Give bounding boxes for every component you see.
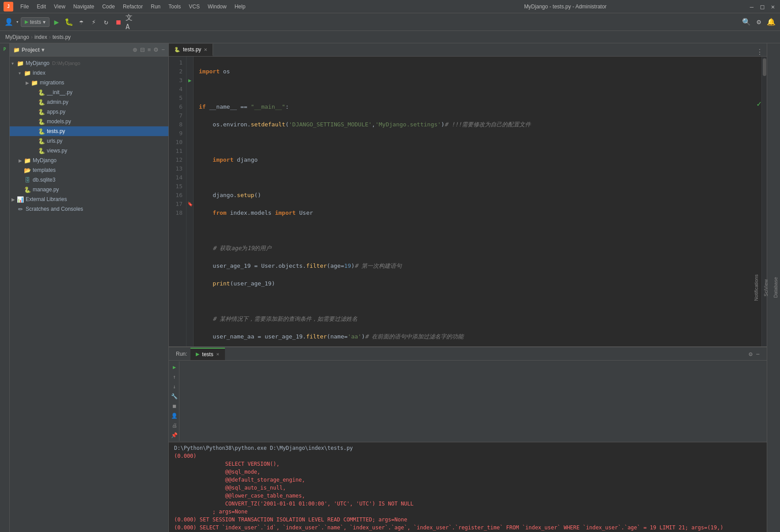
output-lowercase: @@lower_case_table_names, — [174, 492, 761, 500]
bottom-run-icon[interactable]: ▶ — [171, 363, 179, 371]
menu-view[interactable]: View — [50, 3, 69, 11]
mydjango-sub-label: MyDjango — [33, 157, 57, 163]
code-line-4: os.environ.setdefault('DJANGO_SETTINGS_M… — [199, 120, 756, 129]
tree-urls-py[interactable]: 🐍 urls.py — [10, 136, 168, 146]
bottom-wrench-icon[interactable]: 🔧 — [171, 392, 179, 400]
code-line-1: import os — [199, 67, 756, 76]
tree-migrations[interactable]: ▶ 📁 migrations — [10, 78, 168, 87]
user-dropdown[interactable]: ▾ — [16, 19, 19, 25]
menu-window[interactable]: Window — [204, 3, 230, 11]
tree-index-folder[interactable]: ▾ 📁 index — [10, 68, 168, 78]
init-py-icon: 🐍 — [38, 89, 45, 96]
toolbar: 👤 ▾ ▶ tests ▾ ▶ 🐛 ☂ ⚡ ↻ ■ 文A 🔍 ⚙ 🔔 — [0, 13, 780, 31]
editor-more-icon[interactable]: ⋮ — [756, 48, 763, 56]
settings-button[interactable]: ⚙ — [753, 17, 764, 27]
minimize-button[interactable]: – — [748, 3, 755, 10]
reload-button[interactable]: ↻ — [101, 17, 111, 27]
close-button[interactable]: ✕ — [769, 3, 776, 10]
bottom-user-icon[interactable]: 👤 — [171, 412, 179, 420]
code-line-5 — [199, 138, 756, 147]
run-config-label: tests — [30, 19, 41, 25]
project-header-icons: ⊕ ⊟ ≡ ⚙ − — [133, 46, 165, 53]
menu-refactor[interactable]: Refactor — [119, 3, 146, 11]
code-line-12: user_age_19 = User.objects.filter(age=19… — [199, 262, 756, 270]
migrations-folder-icon: 📁 — [31, 79, 38, 86]
tab-run-tests[interactable]: ▶ tests ✕ — [190, 348, 224, 360]
notification-button[interactable]: 🔔 — [766, 17, 776, 27]
right-tab-notifications[interactable]: Notifications — [752, 271, 761, 304]
run-configuration[interactable]: ▶ tests ▾ — [21, 17, 49, 27]
menu-help[interactable]: Help — [231, 3, 249, 11]
right-tab-sciview[interactable]: SciView — [761, 276, 770, 300]
menu-code[interactable]: Code — [99, 3, 118, 11]
run-tab-close[interactable]: ✕ — [216, 352, 220, 357]
project-icon[interactable]: P — [1, 45, 9, 53]
coverage-button[interactable]: ☂ — [76, 17, 87, 27]
debug-button[interactable]: 🐛 — [64, 17, 74, 27]
hide-icon[interactable]: − — [161, 46, 165, 53]
editor-scrollbar[interactable] — [761, 57, 767, 346]
stop-button[interactable]: ■ — [113, 17, 124, 27]
gear-icon[interactable]: ⚙ — [153, 46, 159, 53]
tree-templates[interactable]: 📂 templates — [10, 165, 168, 175]
tab-tests-py[interactable]: 🐍 tests.py ✕ — [169, 44, 213, 56]
menu-vcs[interactable]: VCS — [185, 3, 203, 11]
tree-views-py[interactable]: 🐍 views.py — [10, 146, 168, 156]
menu-file[interactable]: File — [17, 3, 32, 11]
code-line-3: if __name__ == "__main__": — [199, 103, 756, 111]
run-button[interactable]: ▶ — [51, 17, 62, 27]
tree-admin-py[interactable]: 🐍 admin.py — [10, 97, 168, 107]
bottom-stop-icon[interactable]: ■ — [171, 402, 179, 410]
translate-button[interactable]: 文A — [126, 17, 136, 27]
code-editor[interactable]: import os if __name__ == "__main__": os.… — [194, 57, 761, 346]
profile-button[interactable]: ⚡ — [88, 17, 99, 27]
sort-icon[interactable]: ≡ — [148, 46, 151, 53]
bottom-pin-icon[interactable]: 📌 — [171, 431, 179, 439]
tree-scratches[interactable]: ✏ Scratches and Consoles — [10, 204, 168, 214]
output-select-age19: (0.000) SELECT `index_user`.`id`, `index… — [174, 524, 761, 532]
tree-external-libs[interactable]: ▶ 📊 External Libraries — [10, 194, 168, 204]
tree-db-sqlite3[interactable]: 🗄 db.sqlite3 — [10, 175, 168, 185]
tree-tests-py[interactable]: 🐍 tests.py — [10, 126, 168, 136]
bottom-down-icon[interactable]: ↓ — [171, 383, 179, 391]
editor-tabs: 🐍 tests.py ✕ ⋮ — [169, 43, 767, 57]
breadcrumb-file[interactable]: tests.py — [53, 34, 71, 40]
tree-root[interactable]: ▾ 📁 MyDjango D:\MyDjango — [10, 58, 168, 68]
editor-content[interactable]: 1 2 3 4 5 6 7 8 9 10 11 12 13 14 15 16 1 — [169, 57, 767, 346]
right-tab-database[interactable]: Database — [771, 274, 780, 301]
user-icon[interactable]: 👤 — [4, 17, 14, 27]
breadcrumb-index[interactable]: index — [34, 34, 47, 40]
menu-run[interactable]: Run — [147, 3, 164, 11]
bottom-collapse-icon[interactable]: − — [756, 350, 760, 357]
init-label: __init__.py — [47, 89, 72, 95]
menu-edit[interactable]: Edit — [33, 3, 49, 11]
project-dropdown-icon[interactable]: ▾ — [42, 47, 44, 53]
tree-manage-py[interactable]: 🐍 manage.py — [10, 185, 168, 194]
run-label: Run: — [172, 351, 190, 357]
tree-init-py[interactable]: 🐍 __init__.py — [10, 87, 168, 97]
models-py-icon: 🐍 — [38, 118, 45, 125]
menu-navigate[interactable]: Navigate — [70, 3, 98, 11]
output-cmd-line: D:\Python\Python38\python.exe D:\MyDjang… — [174, 444, 761, 452]
tab-tests-close[interactable]: ✕ — [204, 47, 207, 52]
tree-models-py[interactable]: 🐍 models.py — [10, 117, 168, 126]
scrollbar-thumb[interactable] — [763, 58, 766, 76]
output-args-none-1: ; args=None — [174, 508, 761, 516]
code-line-15: # 某种情况下，需要添加新的查询条件，如需要过滤姓名 — [199, 315, 756, 323]
bottom-settings-icon[interactable]: ⚙ — [749, 350, 752, 357]
code-line-10 — [199, 226, 756, 235]
templates-label: templates — [33, 167, 56, 173]
breadcrumb-mydjango[interactable]: MyDjango — [5, 34, 29, 40]
tree-apps-py[interactable]: 🐍 apps.py — [10, 107, 168, 117]
maximize-button[interactable]: □ — [759, 3, 766, 10]
output-sqlmode: @@sql_mode, — [174, 468, 761, 476]
bottom-up-icon[interactable]: ↑ — [171, 373, 179, 381]
locate-icon[interactable]: ⊕ — [133, 46, 137, 53]
project-title-label: Project — [22, 47, 40, 53]
search-everywhere-button[interactable]: 🔍 — [741, 17, 752, 27]
collapse-icon[interactable]: ⊟ — [140, 46, 145, 53]
menu-tools[interactable]: Tools — [165, 3, 184, 11]
bottom-print-icon[interactable]: 🖨 — [171, 422, 179, 429]
tree-mydjango-sub[interactable]: ▶ 📁 MyDjango — [10, 156, 168, 165]
code-line-6: import django — [199, 156, 756, 164]
